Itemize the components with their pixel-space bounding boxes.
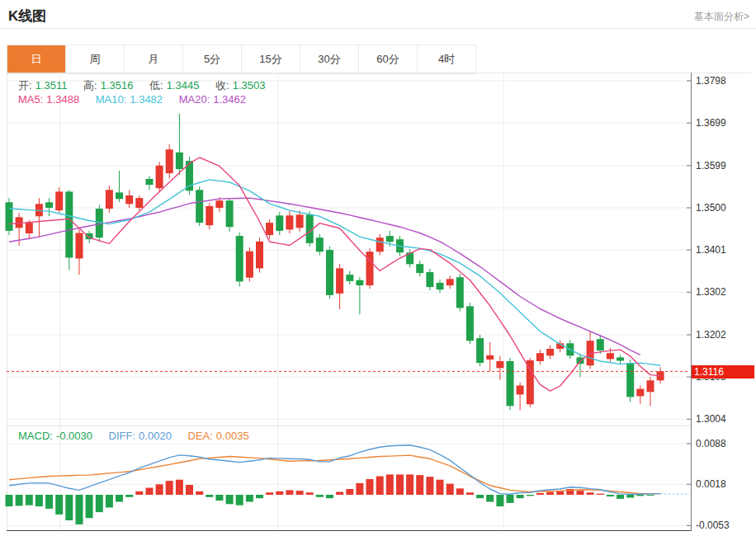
candle-body: [156, 166, 163, 188]
candle-body: [45, 202, 53, 208]
candle-body: [276, 215, 283, 231]
candle-body: [386, 236, 394, 242]
price-tick-label: 1.3500: [696, 202, 726, 214]
candle-body: [647, 380, 654, 392]
price-tick-label: 1.3401: [696, 244, 726, 256]
macd-bar: [55, 495, 63, 515]
price-tick-label: 1.3302: [696, 286, 726, 298]
dea-value: 0.0035: [216, 430, 249, 442]
macd-bar: [437, 480, 444, 495]
macd-bar: [6, 495, 13, 506]
candle-body: [476, 338, 484, 363]
high-label: 高:: [83, 79, 97, 92]
candle-body: [286, 215, 293, 229]
macd-bar: [366, 479, 374, 495]
candle-body: [236, 236, 243, 281]
candle-body: [507, 361, 514, 406]
macd-bar: [276, 491, 283, 495]
macd-bar: [486, 495, 494, 502]
candle-body: [437, 283, 444, 289]
macd-bar: [16, 495, 23, 505]
macd-bar: [76, 495, 83, 524]
macd-bar: [125, 495, 133, 497]
candle-body: [176, 153, 183, 169]
candle-body: [447, 279, 454, 285]
candle-body: [206, 206, 213, 225]
price-tick-label: 1.3699: [696, 117, 726, 129]
candle-body: [196, 190, 203, 223]
dea-line: [9, 455, 660, 494]
macd-bar: [26, 495, 33, 505]
candle-body: [55, 191, 63, 210]
macd-bar: [186, 485, 193, 495]
candle-body: [426, 272, 433, 287]
candle-body: [336, 268, 343, 294]
macd-bar: [106, 495, 113, 508]
macd-bar: [546, 492, 554, 496]
macd-bar: [587, 492, 594, 495]
candle-body: [496, 361, 503, 368]
macd-bar: [507, 495, 514, 503]
price-tick-label: 1.3798: [696, 75, 726, 87]
macd-bar: [196, 491, 203, 495]
macd-bar: [376, 477, 384, 496]
macd-label: MACD:: [18, 430, 53, 442]
kline-page: K线图 基本面分析> 日周月5分15分30分60分4时 开:1.3511 高:1…: [0, 0, 756, 536]
candle-body: [226, 200, 234, 227]
diff-line: [9, 445, 660, 495]
candle-body: [546, 349, 554, 355]
candle-body: [346, 275, 353, 281]
candle-body: [486, 355, 494, 360]
macd-bar: [447, 484, 454, 495]
price-tick-label: 1.3202: [696, 329, 726, 341]
ma20-label: MA20:: [179, 93, 210, 106]
candle-body: [517, 386, 524, 395]
macd-bar: [617, 495, 624, 499]
candle-body: [246, 252, 253, 278]
kline-legend: 开:1.3511 高:1.3516 低:1.3445 收:1.3503: [18, 78, 268, 93]
macd-bar: [65, 495, 73, 520]
macd-bar: [35, 495, 43, 506]
macd-bar: [326, 495, 333, 498]
macd-bar: [316, 495, 324, 497]
candle-body: [636, 389, 644, 397]
candle-body: [536, 353, 544, 361]
macd-bar: [416, 475, 423, 495]
macd-bar: [176, 480, 183, 495]
candle-body: [146, 179, 154, 185]
macd-bar: [496, 495, 503, 506]
macd-bar: [636, 495, 644, 496]
candle-body: [626, 363, 634, 397]
candle-body: [466, 306, 474, 341]
candle-body: [65, 191, 73, 257]
macd-bar: [577, 491, 584, 495]
macd-bar: [356, 483, 363, 495]
ma10-label: MA10:: [96, 93, 127, 106]
macd-bar: [266, 492, 273, 495]
macd-bar: [156, 484, 163, 495]
candle-body: [597, 339, 604, 350]
candle-body: [617, 357, 624, 360]
macd-legend: MACD:-0.0030 DIFF:0.0020 DEA:0.0035: [18, 430, 253, 442]
high-value: 1.3516: [101, 79, 134, 92]
macd-bar: [236, 495, 243, 505]
candle-body: [256, 242, 263, 269]
candle-body: [607, 353, 614, 359]
macd-bar: [396, 474, 404, 495]
macd-bar: [256, 495, 263, 498]
ma-legend: MA5:1.3488 MA10:1.3482 MA20:1.3462: [18, 93, 249, 106]
macd-bar: [306, 492, 314, 495]
macd-tick-label: -0.0053: [696, 520, 730, 531]
chart-area: 开:1.3511 高:1.3516 低:1.3445 收:1.3503 MA5:…: [0, 0, 756, 536]
ma5-label: MA5:: [18, 93, 43, 106]
macd-bar: [476, 495, 484, 498]
macd-bar: [607, 495, 614, 496]
macd-bar: [206, 495, 213, 497]
candle-body: [116, 192, 123, 199]
macd-bar: [215, 495, 223, 501]
macd-bar: [116, 495, 123, 502]
macd-bar: [466, 492, 474, 495]
open-value: 1.3511: [35, 79, 68, 92]
candle-body: [76, 233, 83, 259]
candle-body: [296, 214, 304, 228]
